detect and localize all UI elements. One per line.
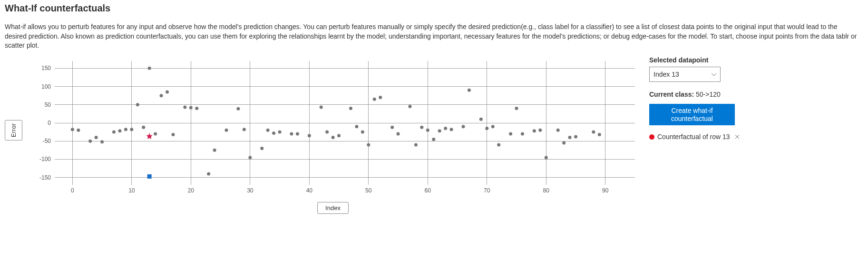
svg-point-101 [574, 135, 577, 138]
selected-datapoint-value: Index 13 [653, 71, 679, 78]
svg-point-89 [485, 127, 488, 130]
svg-text:0: 0 [48, 120, 51, 126]
side-panel: Selected datapoint Index 13 Current clas… [649, 56, 740, 141]
svg-point-51 [189, 106, 193, 109]
svg-point-37 [95, 136, 98, 139]
svg-point-90 [491, 125, 495, 128]
svg-point-34 [71, 128, 74, 131]
svg-point-61 [272, 131, 275, 135]
svg-point-43 [136, 103, 139, 106]
svg-text:-50: -50 [43, 138, 51, 144]
svg-point-59 [260, 147, 263, 150]
svg-point-78 [408, 105, 411, 108]
svg-point-97 [545, 156, 548, 159]
svg-point-79 [414, 143, 418, 146]
svg-point-58 [248, 156, 252, 159]
svg-text:50: 50 [45, 101, 51, 108]
svg-point-41 [124, 128, 127, 131]
svg-point-75 [379, 96, 382, 99]
page-title: What-If counterfactuals [5, 3, 863, 14]
svg-point-49 [171, 133, 175, 136]
svg-point-67 [325, 130, 329, 133]
svg-point-69 [337, 134, 341, 137]
svg-point-46 [154, 132, 157, 135]
svg-point-91 [497, 143, 500, 146]
selected-datapoint-dropdown[interactable]: Index 13 [649, 67, 721, 82]
svg-point-74 [373, 98, 376, 101]
svg-point-87 [468, 88, 471, 91]
current-class-label: Current class: [649, 91, 694, 98]
svg-point-94 [521, 132, 524, 135]
chevron-down-icon [712, 71, 716, 77]
svg-point-35 [77, 129, 80, 132]
svg-point-70 [349, 107, 352, 110]
scatter-chart[interactable]: 0102030405060708090-150-100-50050100150 [26, 56, 640, 199]
svg-point-63 [290, 132, 293, 135]
svg-point-73 [367, 143, 370, 146]
svg-point-96 [538, 129, 542, 132]
svg-point-86 [461, 125, 465, 128]
svg-point-57 [243, 128, 246, 131]
chart-column: 0102030405060708090-150-100-50050100150 … [26, 56, 640, 214]
svg-point-56 [236, 107, 240, 110]
y-axis-label-button[interactable]: Error [5, 120, 22, 141]
svg-point-52 [195, 107, 198, 110]
svg-text:30: 30 [247, 187, 254, 194]
svg-point-48 [166, 90, 169, 93]
create-counterfactual-button[interactable]: Create what-if counterfactual [649, 104, 735, 126]
svg-text:90: 90 [602, 187, 609, 194]
svg-point-68 [332, 136, 335, 139]
svg-text:0: 0 [71, 187, 74, 194]
svg-point-53 [207, 172, 210, 175]
counterfactual-legend-item[interactable]: Counterfactual of row 13 [649, 133, 740, 141]
svg-point-38 [100, 140, 104, 143]
svg-point-77 [397, 132, 400, 135]
svg-point-47 [160, 94, 163, 97]
svg-marker-104 [146, 133, 153, 139]
svg-point-55 [225, 129, 228, 132]
svg-text:40: 40 [306, 187, 313, 194]
svg-point-45 [148, 67, 151, 70]
svg-point-98 [556, 129, 560, 132]
svg-text:70: 70 [484, 187, 490, 194]
svg-point-39 [112, 130, 116, 133]
svg-point-44 [142, 125, 145, 129]
svg-point-50 [183, 105, 186, 109]
svg-point-40 [118, 129, 121, 132]
selected-datapoint-label: Selected datapoint [649, 56, 740, 64]
svg-point-93 [515, 107, 518, 110]
svg-point-60 [266, 129, 270, 132]
svg-point-54 [213, 149, 216, 152]
svg-point-83 [438, 129, 441, 132]
page-description: What-if allows you to perturb features f… [5, 22, 861, 50]
x-axis-label-button[interactable]: Index [317, 202, 349, 214]
button-line2: counterfactual [671, 115, 713, 122]
svg-text:-100: -100 [39, 156, 51, 162]
svg-point-99 [562, 141, 566, 144]
svg-point-92 [509, 132, 512, 135]
svg-text:80: 80 [543, 187, 550, 194]
svg-text:150: 150 [41, 65, 51, 71]
svg-text:-150: -150 [39, 174, 51, 181]
current-class-value: 50->120 [696, 91, 721, 98]
svg-point-65 [308, 134, 311, 137]
button-line1: Create what-if [671, 107, 712, 114]
svg-text:60: 60 [425, 187, 431, 194]
svg-point-81 [426, 129, 429, 132]
legend-dot-icon [649, 134, 654, 140]
svg-point-102 [592, 130, 595, 133]
svg-point-100 [568, 136, 572, 139]
svg-point-76 [390, 125, 394, 129]
svg-text:20: 20 [188, 187, 195, 194]
svg-rect-105 [147, 174, 152, 179]
svg-point-36 [88, 140, 92, 143]
svg-point-88 [479, 118, 483, 121]
svg-point-103 [598, 133, 601, 136]
svg-point-95 [533, 129, 536, 132]
svg-point-42 [130, 128, 133, 131]
svg-point-85 [450, 128, 453, 131]
svg-point-84 [444, 127, 447, 130]
close-icon[interactable] [735, 133, 740, 141]
svg-point-82 [432, 138, 435, 141]
svg-point-64 [296, 132, 299, 135]
